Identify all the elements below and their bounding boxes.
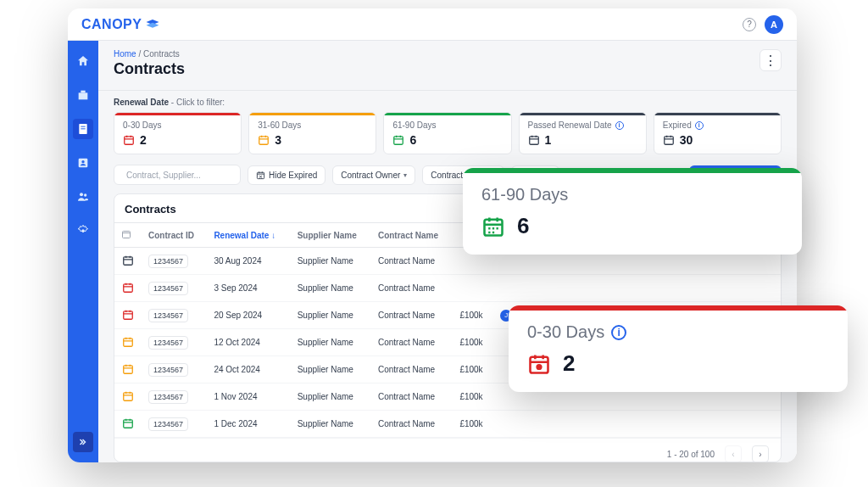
contract-id[interactable]: 1234567 [148, 417, 188, 431]
filter-hint: Renewal Date - Click to filter: [98, 91, 797, 112]
renewal-date: 30 Aug 2024 [207, 248, 290, 275]
sidebar-item-profile[interactable] [73, 153, 93, 173]
col-supplier[interactable]: Supplier Name [291, 223, 371, 248]
breadcrumb-home[interactable]: Home [114, 49, 136, 59]
calendar-icon [663, 134, 675, 146]
sidebar-item-users[interactable] [73, 187, 93, 207]
calendar-icon [121, 362, 135, 376]
calendar-icon [528, 134, 540, 146]
sidebar [68, 41, 98, 462]
calendar-icon [481, 215, 505, 238]
brand-logo-icon [145, 19, 160, 31]
breadcrumb: Home / Contracts [114, 49, 185, 59]
search-input-wrap[interactable] [114, 165, 241, 185]
renewal-date: 12 Oct 2024 [207, 329, 290, 356]
calendar-icon [121, 335, 135, 349]
popover-value: 6 [517, 213, 529, 239]
info-icon[interactable]: i [615, 121, 624, 130]
table-row[interactable]: 1234567 1 Dec 2024 Supplier Name Contrac… [114, 411, 781, 438]
contract-value: £100k [453, 356, 493, 383]
contract-name: Contract Name [371, 275, 453, 302]
stat-label: Expired i [663, 120, 772, 130]
contract-name: Contract Name [371, 383, 453, 411]
search-input[interactable] [126, 171, 234, 180]
col-renewal-date[interactable]: Renewal Date ↓ [207, 223, 290, 248]
stat-card[interactable]: 61-90 Days 6 [383, 112, 511, 154]
calendar-icon [121, 254, 135, 267]
sidebar-item-home[interactable] [73, 51, 93, 71]
popover-0-30: 0-30 Days i 2 [509, 305, 848, 392]
table-row[interactable]: 1234567 3 Sep 2024 Supplier Name Contrac… [114, 275, 781, 302]
supplier-name: Supplier Name [291, 329, 371, 356]
svg-point-7 [80, 193, 83, 196]
popover-label: 61-90 Days [481, 185, 783, 204]
contract-id[interactable]: 1234567 [148, 309, 188, 322]
page-title: Contracts [114, 60, 185, 78]
sidebar-collapse-icon[interactable] [73, 432, 93, 452]
next-page-button[interactable]: › [752, 445, 769, 462]
sidebar-item-contracts[interactable] [73, 119, 93, 139]
stat-value: 6 [409, 133, 416, 147]
calendar-icon [392, 134, 404, 146]
breadcrumb-current: Contracts [143, 49, 180, 59]
contract-name: Contract Name [371, 248, 453, 275]
hide-expired-button[interactable]: Hide Expired [248, 165, 326, 185]
contract-name: Contract Name [371, 302, 453, 329]
stat-card[interactable]: 31-60 Days 3 [248, 112, 376, 154]
calendar-alert-icon [527, 352, 551, 376]
prev-page-button[interactable]: ‹ [725, 445, 742, 462]
contract-name: Contract Name [371, 329, 453, 356]
stat-value: 3 [275, 133, 281, 147]
calendar-icon [121, 389, 135, 403]
stat-card[interactable]: 0-30 Days 2 [114, 112, 242, 154]
renewal-date: 1 Nov 2024 [207, 383, 290, 411]
svg-rect-18 [124, 257, 133, 265]
col-contract-name[interactable]: Contract Name [371, 223, 453, 248]
stat-card[interactable]: Expired i 30 [654, 112, 782, 154]
brand: CANOPY [81, 17, 160, 32]
contract-owner-filter[interactable]: Contract Owner ▾ [332, 165, 415, 185]
contract-value: £100k [453, 302, 493, 329]
svg-rect-12 [394, 137, 403, 144]
info-icon[interactable]: i [695, 121, 704, 130]
user-avatar[interactable]: A [765, 15, 783, 34]
popover-label: 0-30 Days i [527, 322, 829, 342]
stat-value: 30 [680, 133, 693, 147]
contract-id[interactable]: 1234567 [148, 336, 188, 350]
topbar: CANOPY ? A [68, 8, 797, 41]
svg-rect-20 [124, 311, 133, 319]
contract-value [453, 275, 493, 302]
calendar-x-icon [256, 171, 265, 180]
stat-value: 1 [545, 133, 552, 147]
contract-id[interactable]: 1234567 [148, 363, 188, 377]
stat-row: 0-30 Days 2 31-60 Days 3 61-90 Days 6 Pa… [98, 112, 797, 165]
svg-rect-13 [529, 137, 538, 144]
contract-id[interactable]: 1234567 [148, 390, 188, 404]
contract-id[interactable]: 1234567 [148, 255, 188, 268]
stat-value: 2 [140, 133, 147, 147]
contract-name: Contract Name [371, 411, 453, 438]
stat-label: 0-30 Days [123, 120, 232, 130]
popover-value: 2 [563, 350, 575, 377]
contract-value: £100k [453, 329, 493, 356]
sidebar-item-settings[interactable] [73, 221, 93, 241]
supplier-name: Supplier Name [291, 356, 371, 383]
col-contract-id[interactable]: Contract ID [142, 223, 207, 248]
svg-rect-11 [259, 137, 269, 144]
sort-down-icon: ↓ [271, 231, 275, 240]
svg-rect-23 [124, 393, 133, 400]
info-icon[interactable]: i [611, 325, 626, 340]
stat-card[interactable]: Passed Renewal Date i 1 [519, 112, 647, 154]
sidebar-item-suppliers[interactable] [73, 85, 93, 105]
svg-point-6 [81, 160, 84, 163]
topbar-right: ? A [743, 15, 783, 34]
calendar-icon [258, 134, 270, 146]
contract-id[interactable]: 1234567 [148, 282, 188, 295]
renewal-date: 20 Sep 2024 [207, 302, 290, 329]
brand-text: CANOPY [81, 17, 142, 32]
pagination-text: 1 - 20 of 100 [667, 450, 715, 459]
more-menu-button[interactable]: ⋮ [760, 49, 782, 71]
renewal-date: 3 Sep 2024 [207, 275, 290, 302]
help-icon[interactable]: ? [743, 18, 756, 31]
stat-label: 31-60 Days [258, 120, 367, 130]
